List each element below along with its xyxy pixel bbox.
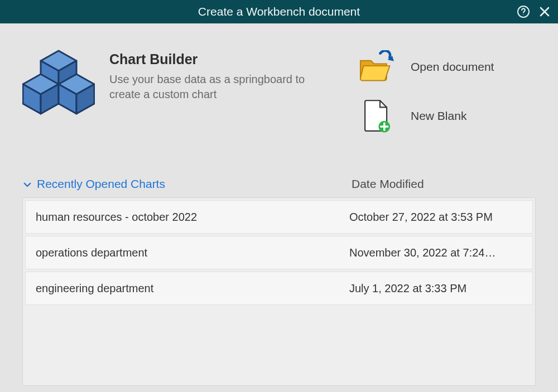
recent-row[interactable]: operations department November 30, 2022 … — [25, 236, 533, 269]
chart-builder-text: Chart Builder Use your base data as a sp… — [109, 49, 310, 102]
close-icon[interactable] — [537, 4, 552, 20]
recent-row[interactable]: human resources - october 2022 October 2… — [25, 200, 533, 234]
new-blank-label: New Blank — [411, 109, 466, 123]
hero-section: Chart Builder Use your base data as a sp… — [22, 49, 536, 147]
new-blank-document-icon — [357, 98, 395, 134]
chevron-down-icon — [22, 179, 32, 189]
recent-item-name: operations department — [36, 246, 349, 259]
recent-section: Recently Opened Charts Date Modified hum… — [22, 177, 536, 386]
recent-list: human resources - october 2022 October 2… — [22, 197, 536, 386]
title-bar: Create a Workbench document — [0, 0, 558, 23]
dialog-body: Chart Builder Use your base data as a sp… — [0, 23, 558, 386]
new-blank-button[interactable]: New Blank — [357, 98, 536, 134]
open-document-label: Open document — [411, 60, 494, 74]
date-modified-heading: Date Modified — [352, 177, 536, 191]
recent-row[interactable]: engineering department July 1, 2022 at 3… — [25, 272, 533, 305]
recent-toggle[interactable]: Recently Opened Charts — [22, 177, 165, 191]
recent-item-date: October 27, 2022 at 3:53 PM — [349, 211, 522, 224]
secondary-actions: Open document New Blank — [357, 49, 536, 147]
recent-heading-label: Recently Opened Charts — [37, 177, 165, 191]
recent-item-name: engineering department — [36, 282, 349, 295]
folder-open-icon — [357, 49, 395, 85]
chart-builder-title: Chart Builder — [109, 51, 310, 67]
svg-point-1 — [523, 14, 523, 15]
title-bar-actions — [516, 0, 552, 23]
chart-builder-description: Use your base data as a springboard to c… — [109, 72, 310, 102]
chart-builder-option[interactable]: Chart Builder Use your base data as a sp… — [22, 49, 335, 116]
recent-header: Recently Opened Charts Date Modified — [22, 177, 536, 197]
recent-item-date: July 1, 2022 at 3:33 PM — [349, 282, 522, 295]
recent-item-date: November 30, 2022 at 7:24… — [349, 246, 522, 259]
cubes-icon — [22, 49, 95, 116]
recent-item-name: human resources - october 2022 — [36, 211, 349, 224]
open-document-button[interactable]: Open document — [357, 49, 536, 85]
help-icon[interactable] — [516, 4, 531, 20]
dialog-title: Create a Workbench document — [0, 5, 558, 18]
